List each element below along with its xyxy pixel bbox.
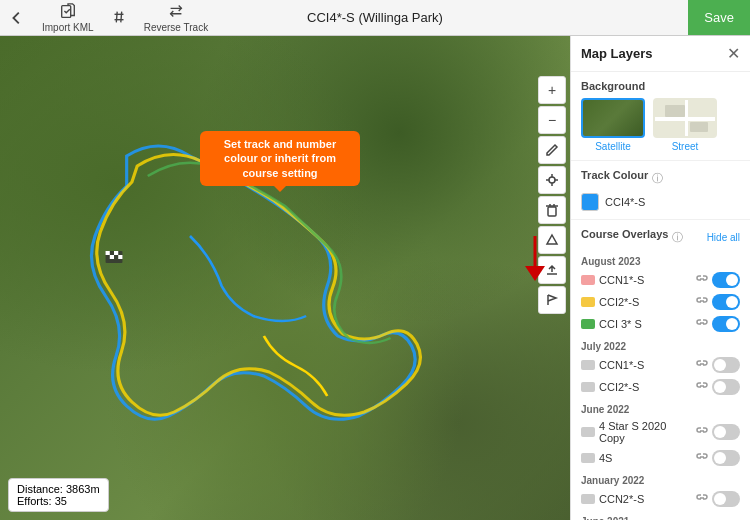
zoom-in-button[interactable]: +: [538, 76, 566, 104]
import-kml-button[interactable]: Import KML: [42, 2, 94, 33]
course-color-3-0: [581, 494, 595, 504]
month-label-1: July 2022: [581, 337, 740, 354]
month-label-0: August 2023: [581, 252, 740, 269]
course-link-0-2[interactable]: [696, 317, 708, 332]
satellite-option[interactable]: Satellite: [581, 98, 645, 152]
course-color-0-1: [581, 297, 595, 307]
background-section: Background Satellite: [571, 72, 750, 161]
track-colour-info-icon: ⓘ: [652, 171, 663, 186]
zoom-out-button[interactable]: −: [538, 106, 566, 134]
course-link-2-0[interactable]: [696, 425, 708, 440]
course-toggle-3-0[interactable]: [712, 491, 740, 507]
overlays-label: Course Overlays: [581, 228, 668, 240]
right-panel: Map Layers ✕ Background Satellite: [570, 36, 750, 520]
course-link-2-1[interactable]: [696, 451, 708, 466]
svg-rect-7: [114, 251, 118, 255]
course-toggle-2-1[interactable]: [712, 450, 740, 466]
edit-icon[interactable]: [538, 136, 566, 164]
svg-point-10: [549, 177, 555, 183]
toolbar: Import KML Reverse Track CCI4*-S (Willin…: [0, 0, 750, 36]
course-row-0-1: CCI2*-S: [581, 291, 740, 313]
course-row-2-0: 4 Star S 2020 Copy: [581, 417, 740, 447]
course-link-0-0[interactable]: [696, 273, 708, 288]
track-colour-swatch[interactable]: [581, 193, 599, 211]
course-toggle-0-2[interactable]: [712, 316, 740, 332]
month-label-2: June 2022: [581, 400, 740, 417]
course-name-2-1: 4S: [599, 452, 692, 464]
course-toggle-1-1[interactable]: [712, 379, 740, 395]
back-button[interactable]: [8, 9, 26, 27]
street-option[interactable]: Street: [653, 98, 717, 152]
hide-all-button[interactable]: Hide all: [707, 232, 740, 243]
track-colour-section: Track Colour ⓘ CCI4*-S: [571, 161, 750, 220]
course-row-1-0: CCN1*-S: [581, 354, 740, 376]
hashtag-button[interactable]: [110, 8, 128, 28]
track-colour-label: Track Colour: [581, 169, 648, 181]
overlays-info-icon: ⓘ: [672, 230, 683, 245]
satellite-label: Satellite: [595, 141, 631, 152]
street-label: Street: [672, 141, 699, 152]
course-row-0-0: CCN1*-S: [581, 269, 740, 291]
course-toggle-2-0[interactable]: [712, 424, 740, 440]
course-color-1-0: [581, 360, 595, 370]
svg-line-4: [120, 11, 121, 22]
course-link-1-1[interactable]: [696, 380, 708, 395]
close-panel-button[interactable]: ✕: [727, 44, 740, 63]
course-color-0-0: [581, 275, 595, 285]
course-overlays-section: Course Overlays ⓘ Hide all August 2023CC…: [571, 220, 750, 520]
overlays-header: Course Overlays ⓘ Hide all: [581, 228, 740, 246]
course-color-2-0: [581, 427, 595, 437]
red-arrow-annotation: [515, 231, 555, 284]
app: Import KML Reverse Track CCI4*-S (Willin…: [0, 0, 750, 520]
efforts-label: Efforts: 35: [17, 495, 100, 507]
course-color-1-1: [581, 382, 595, 392]
delete-icon[interactable]: [538, 196, 566, 224]
track-colour-name: CCI4*-S: [605, 196, 645, 208]
course-name-1-1: CCI2*-S: [599, 381, 692, 393]
course-color-0-2: [581, 319, 595, 329]
month-group-1: July 2022CCN1*-SCCI2*-S: [581, 337, 740, 398]
annotation-bubble: Set track and number colour or inherit f…: [200, 131, 360, 186]
svg-rect-5: [106, 251, 123, 263]
satellite-thumb: [581, 98, 645, 138]
course-name-1-0: CCN1*-S: [599, 359, 692, 371]
svg-marker-27: [525, 266, 545, 281]
month-group-2: June 20224 Star S 2020 Copy4S: [581, 400, 740, 469]
course-toggle-1-0[interactable]: [712, 357, 740, 373]
course-link-0-1[interactable]: [696, 295, 708, 310]
track-overlay: [0, 36, 570, 520]
panel-title: Map Layers: [581, 46, 653, 61]
flag-icon[interactable]: [538, 286, 566, 314]
locate-icon[interactable]: [538, 166, 566, 194]
save-button[interactable]: Save: [688, 0, 750, 35]
reverse-track-label: Reverse Track: [144, 22, 208, 33]
course-link-1-0[interactable]: [696, 358, 708, 373]
course-name-3-0: CCN2*-S: [599, 493, 692, 505]
course-name-0-1: CCI2*-S: [599, 296, 692, 308]
month-group-0: August 2023CCN1*-SCCI2*-SCCI 3* S: [581, 252, 740, 335]
map-area[interactable]: Set track and number colour or inherit f…: [0, 36, 570, 520]
svg-rect-8: [110, 255, 114, 259]
reverse-track-button[interactable]: Reverse Track: [144, 2, 208, 33]
course-name-0-0: CCN1*-S: [599, 274, 692, 286]
track-colour-row: CCI4*-S: [581, 193, 740, 211]
svg-rect-9: [118, 255, 122, 259]
background-label: Background: [581, 80, 740, 92]
svg-rect-24: [665, 105, 685, 117]
course-row-3-0: CCN2*-S: [581, 488, 740, 510]
month-groups: August 2023CCN1*-SCCI2*-SCCI 3* SJuly 20…: [581, 252, 740, 520]
course-name-2-0: 4 Star S 2020 Copy: [599, 420, 692, 444]
month-group-4: June 2021CCIs1* Copy: [581, 512, 740, 520]
street-thumb: [653, 98, 717, 138]
course-link-3-0[interactable]: [696, 492, 708, 507]
course-toggle-0-0[interactable]: [712, 272, 740, 288]
month-label-4: June 2021: [581, 512, 740, 520]
svg-rect-0: [62, 6, 71, 18]
course-toggle-0-1[interactable]: [712, 294, 740, 310]
map-background: Set track and number colour or inherit f…: [0, 36, 570, 520]
course-row-2-1: 4S: [581, 447, 740, 469]
month-label-3: January 2022: [581, 471, 740, 488]
page-title: CCI4*-S (Willinga Park): [307, 10, 443, 25]
main-content: Set track and number colour or inherit f…: [0, 36, 750, 520]
course-color-2-1: [581, 453, 595, 463]
